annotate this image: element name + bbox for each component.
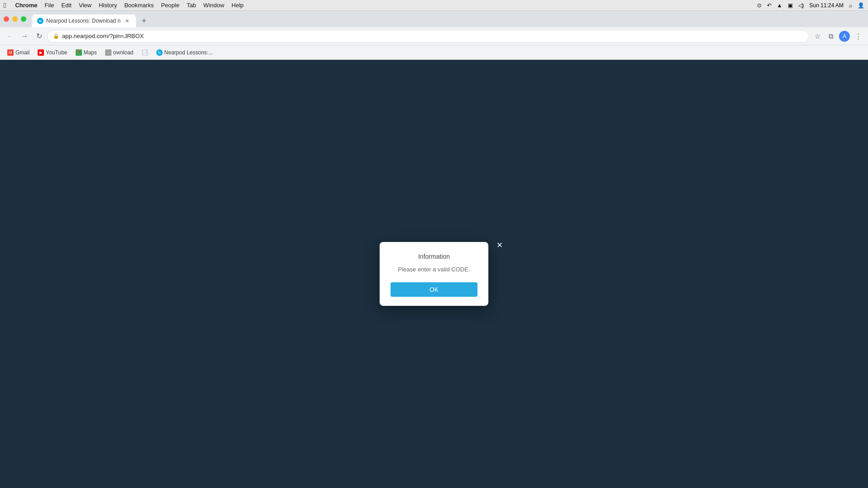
menu-file[interactable]: File bbox=[45, 2, 54, 9]
menu-bookmarks[interactable]: Bookmarks bbox=[124, 2, 154, 9]
chrome-titlebar: N Nearpod Lessons: Download n ✕ + bbox=[0, 11, 868, 27]
tab-title: Nearpod Lessons: Download n bbox=[46, 18, 121, 24]
lock-icon: 🔒 bbox=[53, 33, 59, 39]
bookmark-generic[interactable]: 📄 bbox=[138, 48, 152, 58]
modal-overlay: Information Please enter a valid CODE. O… bbox=[0, 60, 868, 488]
youtube-favicon: ▶ bbox=[38, 49, 44, 56]
modal-ok-btn[interactable]: OK bbox=[391, 282, 477, 297]
menu-people[interactable]: People bbox=[161, 2, 179, 9]
nearpod-favicon: N bbox=[156, 49, 163, 56]
maps-favicon: 📍 bbox=[76, 49, 82, 56]
modal-container: Information Please enter a valid CODE. O… bbox=[380, 242, 488, 305]
bookmark-nearpod-label: Nearpod Lessons:... bbox=[164, 49, 213, 56]
tab-bar: N Nearpod Lessons: Download n ✕ + bbox=[32, 11, 864, 27]
generic-favicon: 📄 bbox=[142, 49, 148, 56]
bookmark-youtube-label: YouTube bbox=[46, 49, 67, 56]
window-close-btn[interactable] bbox=[4, 16, 9, 22]
system-clock: Sun 11:24 AM bbox=[810, 2, 844, 9]
menu-edit[interactable]: Edit bbox=[62, 2, 72, 9]
menubar-status-area: ⊙ ↶ ▲ ▣ ◁) Sun 11:24 AM ⌕ 👤 bbox=[757, 2, 864, 9]
back-btn[interactable]: ← bbox=[4, 30, 16, 43]
menu-tab[interactable]: Tab bbox=[187, 2, 196, 9]
active-tab[interactable]: N Nearpod Lessons: Download n ✕ bbox=[32, 14, 136, 27]
window-controls bbox=[4, 16, 26, 22]
toolbar-right: ☆ ⧉ A ⋮ bbox=[811, 30, 864, 43]
bookmark-download-label: ownload bbox=[113, 49, 134, 56]
screen-time-icon: ⊙ bbox=[757, 2, 762, 9]
battery-icon: ▣ bbox=[788, 2, 793, 9]
window-maximize-btn[interactable] bbox=[21, 16, 26, 22]
address-bar[interactable]: 🔒 app.nearpod.com/?pin=JRBOX bbox=[47, 30, 809, 43]
bookmarks-bar: M Gmail ▶ YouTube 📍 Maps ↓ ownload 📄 N N… bbox=[0, 45, 868, 60]
chrome-menu-btn[interactable]: ⋮ bbox=[852, 30, 864, 43]
url-display[interactable]: app.nearpod.com/?pin=JRBOX bbox=[62, 33, 144, 39]
bookmark-maps[interactable]: 📍 Maps bbox=[72, 48, 101, 58]
window-minimize-btn[interactable] bbox=[12, 16, 18, 22]
profile-btn[interactable]: A bbox=[838, 30, 851, 43]
wifi-icon: ↶ bbox=[767, 2, 772, 9]
menu-chrome[interactable]: Chrome bbox=[15, 2, 37, 9]
wifi-signal-icon: ▲ bbox=[777, 2, 782, 9]
page-background: Information Please enter a valid CODE. O… bbox=[0, 60, 868, 488]
volume-icon: ◁) bbox=[798, 2, 804, 9]
menu-history[interactable]: History bbox=[99, 2, 117, 9]
tab-favicon: N bbox=[37, 18, 43, 24]
modal-title: Information bbox=[391, 253, 477, 260]
new-tab-btn[interactable]: + bbox=[138, 14, 150, 27]
modal-message: Please enter a valid CODE. bbox=[391, 266, 477, 274]
reload-btn[interactable]: ↻ bbox=[33, 30, 45, 43]
menu-help[interactable]: Help bbox=[231, 2, 244, 9]
apple-menu[interactable]:  bbox=[4, 1, 6, 9]
bookmark-gmail[interactable]: M Gmail bbox=[4, 48, 33, 58]
information-dialog: Information Please enter a valid CODE. O… bbox=[380, 242, 488, 305]
download-favicon: ↓ bbox=[105, 49, 111, 56]
bookmark-star-btn[interactable]: ☆ bbox=[811, 30, 824, 43]
bookmark-youtube[interactable]: ▶ YouTube bbox=[34, 48, 71, 58]
modal-close-btn[interactable]: × bbox=[493, 238, 506, 252]
bookmark-nearpod[interactable]: N Nearpod Lessons:... bbox=[153, 48, 217, 58]
search-icon[interactable]: ⌕ bbox=[849, 2, 852, 9]
tab-close-btn[interactable]: ✕ bbox=[123, 17, 130, 24]
menu-window[interactable]: Window bbox=[203, 2, 224, 9]
bookmark-gmail-label: Gmail bbox=[15, 49, 29, 56]
user-icon[interactable]: 👤 bbox=[858, 2, 864, 9]
profile-avatar[interactable]: A bbox=[839, 31, 850, 42]
gmail-favicon: M bbox=[7, 49, 14, 56]
forward-btn[interactable]: → bbox=[18, 30, 31, 43]
extensions-btn[interactable]: ⧉ bbox=[825, 30, 837, 43]
chrome-navbar: ← → ↻ 🔒 app.nearpod.com/?pin=JRBOX ☆ ⧉ A… bbox=[0, 27, 868, 45]
macos-menubar:  Chrome File Edit View History Bookmark… bbox=[0, 0, 868, 11]
bookmark-maps-label: Maps bbox=[84, 49, 97, 56]
menu-view[interactable]: View bbox=[79, 2, 92, 9]
bookmark-download[interactable]: ↓ ownload bbox=[101, 48, 137, 58]
